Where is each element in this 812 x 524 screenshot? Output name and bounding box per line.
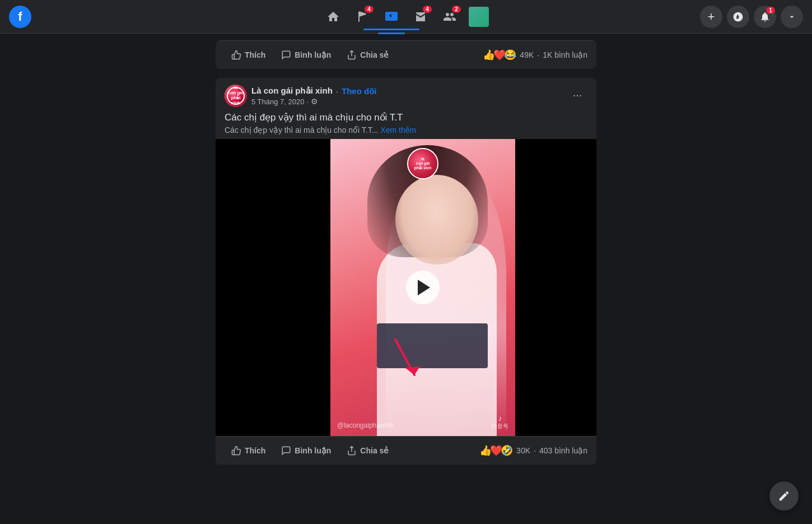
share-label-bottom: Chia sẻ	[360, 446, 389, 455]
comment-count-bottom: 403 bình luận	[539, 446, 587, 455]
tiktok-icon: ♪	[498, 414, 502, 423]
like-label-bottom: Thích	[245, 446, 265, 455]
play-triangle-icon	[418, 280, 430, 295]
video-bg-right	[515, 139, 596, 436]
arrow-annotation	[389, 338, 423, 386]
video-channel-logo: làcon gáiphải xinh	[407, 148, 438, 179]
like-button-top[interactable]: Thích	[225, 45, 272, 64]
main-content: Thích Bình luận Chia	[0, 34, 812, 524]
pages-badge: 4	[365, 6, 374, 13]
video-watermark: @lacongaiphaix­inh	[337, 421, 394, 429]
menu-button[interactable]	[781, 6, 803, 28]
action-bar-bottom: Thích Bình luận Chia	[216, 436, 596, 465]
video-frame[interactable]: làcon gáiphải xinh @lacongaiphaix­inh ♪	[330, 139, 515, 436]
action-bar-bottom-right: 👍 ❤️ 🤣 30K · 403 bình luận	[479, 444, 587, 457]
facebook-logo[interactable]: f	[9, 6, 31, 28]
video-inner: làcon gáiphải xinh @lacongaiphaix­inh ♪	[216, 139, 596, 436]
comment-icon-bottom	[281, 446, 291, 456]
nav-left: f	[9, 6, 36, 28]
nav-profile-thumbnail[interactable]	[465, 3, 492, 30]
thumbs-up-icon-bottom	[231, 446, 241, 456]
video-container[interactable]: làcon gáiphải xinh @lacongaiphaix­inh ♪	[216, 139, 596, 436]
arrow-svg	[389, 338, 423, 383]
share-icon	[347, 50, 357, 60]
notifications-badge: 1	[766, 7, 775, 14]
top-nav: f 4 4	[0, 0, 812, 34]
like-label-top: Thích	[245, 50, 265, 59]
share-button-top[interactable]: Chia sẻ	[340, 45, 395, 64]
add-button[interactable]: +	[700, 6, 722, 28]
reaction-icons-top: 👍 ❤️ 😂	[483, 49, 516, 61]
messenger-button[interactable]	[727, 6, 749, 28]
reaction-count-top: 49K	[520, 50, 534, 59]
feed: Thích Bình luận Chia	[216, 34, 596, 524]
post-card-main: làcon gáiphải xinh Là con gái phải xinh …	[216, 78, 596, 465]
compose-float-button[interactable]	[769, 481, 799, 511]
nav-marketplace-button[interactable]: 4	[407, 3, 434, 30]
nav-center: 4 4 2	[320, 3, 492, 30]
action-bar-bottom-left: Thích Bình luận Chia	[225, 441, 395, 460]
more-options-button[interactable]: ···	[567, 85, 587, 105]
more-icon: ···	[573, 89, 582, 101]
messenger-icon	[732, 11, 744, 22]
tiktok-branding: ♪ 抖音号	[492, 414, 508, 429]
plus-icon: +	[708, 10, 715, 24]
play-button[interactable]	[406, 271, 440, 304]
reaction-icons-bottom: 👍 ❤️ 🤣	[479, 444, 513, 457]
tiktok-text: 抖音号	[492, 424, 508, 429]
author-name-row: Là con gái phải xinh · Theo dõi	[251, 86, 377, 96]
thumbs-up-icon	[231, 50, 241, 60]
marketplace-badge: 4	[423, 6, 432, 13]
comment-button-bottom[interactable]: Bình luận	[274, 441, 338, 460]
post-title: Các chị đẹp vậy thì ai mà chịu cho nổi T…	[216, 112, 596, 126]
face-shape	[395, 175, 479, 265]
like-button-bottom[interactable]: Thích	[225, 441, 272, 460]
post-meta: 5 Tháng 7, 2020 · ⚙	[251, 97, 377, 106]
privacy-icon[interactable]: ⚙	[311, 97, 318, 106]
chevron-down-icon	[787, 12, 796, 21]
meta-separator: ·	[306, 98, 309, 106]
comment-icon	[281, 50, 291, 60]
video-logo-inner: làcon gáiphải xinh	[408, 149, 437, 178]
share-label-top: Chia sẻ	[360, 50, 389, 59]
comment-label-top: Bình luận	[295, 50, 331, 59]
share-icon-bottom	[347, 446, 357, 456]
post-desc-text: Các chị đẹp vậy thì ai mà chịu cho nổi T…	[225, 126, 378, 135]
comment-button-top[interactable]: Bình luận	[274, 45, 338, 64]
share-button-bottom[interactable]: Chia sẻ	[340, 441, 395, 460]
separator-bottom: ·	[534, 446, 536, 455]
video-bg-left	[216, 139, 330, 436]
nav-friends-button[interactable]: 2	[436, 3, 463, 30]
separator-top: ·	[537, 50, 539, 59]
comment-label-bottom: Bình luận	[295, 446, 331, 455]
friends-badge: 2	[452, 6, 461, 13]
post-author: làcon gáiphải xinh Là con gái phải xinh …	[225, 85, 377, 107]
post-date: 5 Tháng 7, 2020	[251, 98, 304, 106]
nav-right: + 1	[700, 6, 803, 28]
see-more-link[interactable]: Xem thêm	[380, 126, 416, 135]
action-bar-top: Thích Bình luận Chia	[216, 40, 596, 69]
author-name[interactable]: Là con gái phải xinh	[251, 86, 333, 96]
nav-pages-button[interactable]: 4	[349, 3, 376, 30]
action-bar-top-right: 👍 ❤️ 😂 49K · 1K bình luận	[483, 49, 587, 61]
nav-watch-button[interactable]	[378, 3, 405, 30]
avatar[interactable]: làcon gáiphải xinh	[225, 85, 247, 107]
author-info: Là con gái phải xinh · Theo dõi 5 Tháng …	[251, 86, 377, 106]
post-description: Các chị đẹp vậy thì ai mà chịu cho nổi T…	[216, 126, 596, 139]
separator-dot: ·	[336, 86, 338, 96]
comment-count-top: 1K bình luận	[543, 50, 587, 59]
post-header: làcon gáiphải xinh Là con gái phải xinh …	[216, 78, 596, 112]
svg-marker-2	[405, 367, 420, 375]
compose-icon	[778, 490, 790, 502]
action-bar-top-left: Thích Bình luận Chia	[225, 45, 395, 64]
post-card-top: Thích Bình luận Chia	[216, 40, 596, 69]
notifications-button[interactable]: 1	[754, 6, 776, 28]
reaction-count-bottom: 30K	[516, 446, 530, 455]
follow-button[interactable]: Theo dõi	[342, 86, 377, 96]
nav-home-button[interactable]	[320, 3, 347, 30]
